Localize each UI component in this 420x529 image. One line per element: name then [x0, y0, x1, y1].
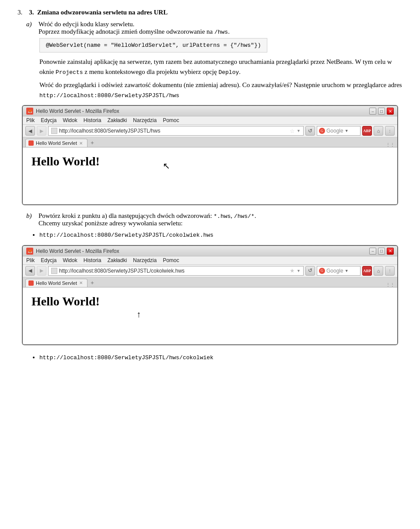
menu-zakladki-1[interactable]: Zakładki: [107, 117, 127, 123]
bullet-list-1: http://localhost:8080/SerwletyJSPJSTL/co…: [39, 230, 402, 240]
google-icon-2: G: [319, 268, 325, 274]
more-btn-2[interactable]: ⋮: [385, 266, 395, 276]
home-btn-2[interactable]: ⌂: [374, 266, 383, 276]
menu-edycja-1[interactable]: Edycja: [41, 117, 56, 123]
address-bar-1[interactable]: http://localhost:8080/SerwletyJSPJSTL/hw…: [48, 126, 304, 136]
forward-btn-1[interactable]: ▶: [37, 126, 46, 136]
menu-narzedzia-1[interactable]: Narzędzia: [133, 117, 157, 123]
menu-historia-2[interactable]: Historia: [84, 257, 102, 263]
browser-toolbar-2: ◀ ▶ http://localhost:8080/SerwletyJSPJST…: [23, 265, 397, 277]
menu-widok-2[interactable]: Widok: [63, 257, 77, 263]
bullet-list-2: http://localhost:8080/SerwletyJSPJSTL/hw…: [39, 352, 402, 362]
tab-title-2: Hello World Servlet: [36, 280, 77, 286]
menu-narzedzia-2[interactable]: Narzędzia: [133, 257, 157, 263]
heading-text: 3. Zmiana odwzorowania serwletu na adres…: [29, 9, 168, 16]
browser-window-1: 🦊 Hello World Servlet - Mozilla Firefox …: [22, 105, 398, 205]
close-btn-1[interactable]: ✕: [387, 108, 394, 115]
search-dropdown-2[interactable]: ▼: [345, 269, 349, 273]
addon-btn-1[interactable]: ABP: [362, 126, 372, 136]
last-bullet-url: http://localhost:8080/SerwletyJSPJSTL/hw…: [39, 354, 214, 361]
browser-tabbar-2: Hello World Servlet ✕ + ⋮⋮: [23, 277, 397, 287]
address-text-2: http://localhost:8080/SerwletyJSPJSTL/co…: [59, 268, 288, 274]
browser-window-2: 🦊 Hello World Servlet - Mozilla Firefox …: [22, 245, 398, 345]
tab-menu-2[interactable]: ⋮⋮: [386, 282, 395, 287]
browser-toolbar-1: ◀ ▶ http://localhost:8080/SerwletyJSPJST…: [23, 125, 397, 137]
browser-tab-1[interactable]: Hello World Servlet ✕: [25, 139, 88, 147]
browser-titlebar-2: 🦊 Hello World Servlet - Mozilla Firefox …: [23, 246, 397, 256]
search-dropdown-1[interactable]: ▼: [345, 129, 349, 133]
menu-widok-1[interactable]: Widok: [63, 117, 77, 123]
menu-plik-2[interactable]: Plik: [26, 257, 35, 263]
page-icon-1: [51, 128, 57, 134]
google-icon-1: G: [319, 128, 325, 134]
browser-menubar-1: Plik Edycja Widok Historia Zakładki Narz…: [23, 116, 397, 125]
menu-edycja-2[interactable]: Edycja: [41, 257, 56, 263]
bullet-item-1: http://localhost:8080/SerwletyJSPJSTL/co…: [39, 230, 402, 240]
search-placeholder-2: Google: [326, 268, 343, 274]
browser-title-text-2: Hello World Servlet - Mozilla Firefox: [36, 248, 119, 254]
item-b-label: b): [26, 212, 38, 227]
browser-tab-2[interactable]: Hello World Servlet ✕: [25, 279, 88, 287]
new-tab-btn-2[interactable]: +: [88, 279, 96, 287]
browser-content-1: Hello World! ↖: [23, 147, 397, 204]
bullet-item-2: http://localhost:8080/SerwletyJSPJSTL/hw…: [39, 352, 402, 362]
menu-zakladki-2[interactable]: Zakładki: [107, 257, 127, 263]
browser-favicon-2: 🦊: [26, 248, 33, 255]
hws-star-code: *.hws: [214, 213, 231, 220]
tab-close-1[interactable]: ✕: [79, 141, 83, 146]
restore-btn-2[interactable]: □: [378, 248, 385, 255]
minimize-btn-2[interactable]: –: [369, 248, 376, 255]
menu-historia-1[interactable]: Historia: [84, 117, 102, 123]
search-bar-2[interactable]: G Google ▼: [317, 266, 360, 276]
browser-title-text-1: Hello World Servlet - Mozilla Firefox: [36, 108, 119, 114]
search-bar-1[interactable]: G Google ▼: [317, 126, 360, 136]
window-controls-1: – □ ✕: [369, 108, 394, 115]
tab-title-1: Hello World Servlet: [36, 140, 77, 146]
projects-code: Projects: [56, 69, 83, 76]
refresh-btn-1[interactable]: ↺: [305, 126, 315, 136]
hello-world-text-2: Hello World!: [32, 294, 100, 308]
minimize-btn-1[interactable]: –: [369, 108, 376, 115]
more-btn-1[interactable]: ⋮: [385, 126, 395, 136]
item-b-content: Powtórz kroki z punktu a) dla następując…: [38, 212, 256, 227]
restore-btn-1[interactable]: □: [378, 108, 385, 115]
bullet-url-1: http://localhost:8080/SerwletyJSPJSTL/co…: [39, 232, 214, 238]
bookmark-dropdown-2[interactable]: ▼: [297, 269, 301, 273]
star-icon-1[interactable]: ☆: [290, 128, 295, 134]
address-text-1: http://localhost:8080/SerwletyJSPJSTL/hw…: [59, 128, 288, 134]
tab-close-2[interactable]: ✕: [79, 280, 83, 285]
search-placeholder-1: Google: [326, 128, 343, 134]
menu-plik-1[interactable]: Plik: [26, 117, 35, 123]
deploy-code: Deploy: [218, 69, 239, 76]
heading-number: 3.: [18, 9, 22, 16]
hws-code: /hws: [214, 29, 228, 35]
page-icon-2: [51, 268, 57, 274]
home-btn-1[interactable]: ⌂: [374, 126, 383, 136]
back-btn-2[interactable]: ◀: [25, 266, 35, 276]
browser-content-2: Hello World! ↑: [23, 287, 397, 344]
tab-menu-1[interactable]: ⋮⋮: [386, 142, 395, 147]
item-a-label: a): [26, 21, 38, 35]
hello-world-text-1: Hello World!: [32, 154, 100, 168]
tab-favicon-1: [28, 140, 34, 146]
star-icon-2[interactable]: ★: [290, 267, 295, 274]
addon-btn-2[interactable]: ABP: [362, 266, 372, 276]
address-bar-2[interactable]: http://localhost:8080/SerwletyJSPJSTL/co…: [48, 266, 304, 276]
forward-btn-2[interactable]: ▶: [37, 266, 46, 276]
bookmark-dropdown-1[interactable]: ▼: [297, 129, 301, 133]
titlebar-left-2: 🦊 Hello World Servlet - Mozilla Firefox: [26, 248, 119, 255]
refresh-btn-2[interactable]: ↺: [305, 266, 315, 276]
item-b: b) Powtórz kroki z punktu a) dla następu…: [26, 212, 402, 227]
new-tab-btn-1[interactable]: +: [88, 139, 96, 147]
menu-pomoc-1[interactable]: Pomoc: [163, 117, 179, 123]
browser-tabbar-1: Hello World Servlet ✕ + ⋮⋮: [23, 137, 397, 147]
cursor-arrow-2: ↑: [136, 309, 141, 319]
tab-favicon-2: [28, 280, 34, 286]
menu-pomoc-2[interactable]: Pomoc: [163, 257, 179, 263]
item-a-text: Wróć do edycji kodu klasy serwletu. Popr…: [38, 21, 230, 35]
close-btn-2[interactable]: ✕: [387, 248, 394, 255]
browser-menubar-2: Plik Edycja Widok Historia Zakładki Narz…: [23, 256, 397, 265]
code-block: @WebServlet(name = "HelloWorldServlet", …: [39, 38, 402, 53]
back-btn-1[interactable]: ◀: [25, 126, 35, 136]
window-controls-2: – □ ✕: [369, 248, 394, 255]
